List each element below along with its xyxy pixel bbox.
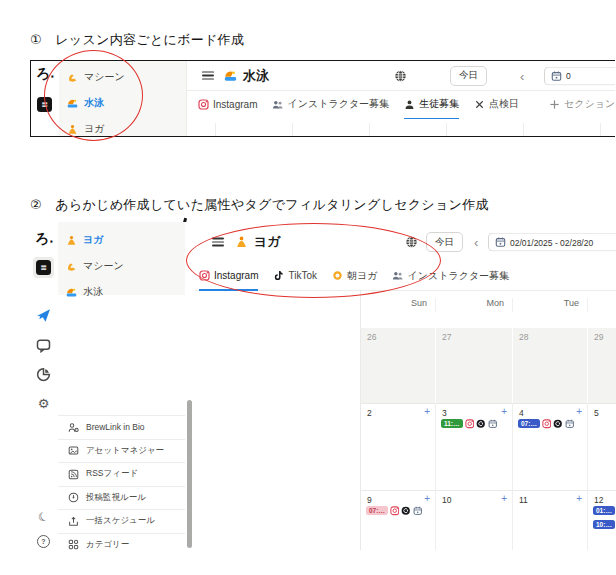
board-sidebar: マシーン水泳ヨガ [59, 61, 186, 136]
menu-icon[interactable] [212, 238, 224, 247]
scrollbar[interactable] [187, 400, 192, 548]
submenu-item-3[interactable]: RSSフィード [58, 462, 185, 486]
sidebar-item-1[interactable]: ヨガ [66, 230, 179, 250]
calendar-cell-11[interactable]: 11+ [513, 490, 588, 550]
calendar-cell-5[interactable]: 5+ [588, 403, 616, 490]
calendar-cell-27[interactable]: 27 [436, 328, 513, 403]
sidebar-item-3[interactable]: 水泳 [66, 282, 179, 302]
step1-caption: ① レッスン内容ごとにボード作成 [30, 31, 244, 49]
event-time-chip[interactable]: 01:… [593, 506, 615, 515]
prev-chevron[interactable]: ‹ [474, 235, 478, 250]
pie-chart-icon[interactable] [36, 367, 51, 382]
calendar-icon [565, 419, 575, 429]
tab-5[interactable]: セクション [549, 90, 615, 120]
calendar-cell-28[interactable]: 28 [513, 328, 588, 403]
sidebar-item-1[interactable]: マシーン [67, 67, 180, 87]
muscle-icon [66, 261, 77, 272]
add-event-button[interactable]: + [576, 493, 582, 504]
add-event-button[interactable]: + [424, 406, 430, 417]
yoga-icon [66, 235, 77, 246]
today-button[interactable]: 今日 [426, 232, 463, 252]
instagram-icon [199, 270, 210, 281]
tools-submenu: BrewLink in BioアセットマネジャーRSSフィード投稿監視ルール一括… [58, 415, 185, 550]
tab-3[interactable]: 生徒募集 [404, 90, 459, 120]
tab-1[interactable]: Instagram [198, 90, 257, 120]
calendar-cell-2[interactable]: 2+ [361, 403, 436, 490]
event[interactable]: 10:… [593, 520, 616, 530]
submenu-item-label: BrewLink in Bio [86, 422, 145, 432]
calendar-cell-29[interactable]: 29 [588, 328, 616, 403]
help-icon[interactable]: ? [36, 534, 51, 549]
screenshot-section-creation: ろ. ≣ ⚙☾? ヨガマシーン水泳 BrewLink in Bioアセットマネジ… [30, 222, 616, 550]
event-time-chip[interactable]: 11:… [441, 419, 463, 428]
sidebar-item-2[interactable]: マシーン [66, 256, 179, 276]
date-range-picker[interactable]: 02/01/2025 - 02/28/20 [488, 233, 616, 252]
submenu-item-label: アセットマネジャー [86, 445, 164, 457]
calendar-cell-10[interactable]: 10+ [436, 490, 513, 550]
date-range-picker[interactable]: 0 [544, 66, 615, 85]
sidebar-item-2[interactable]: 水泳 [67, 93, 180, 113]
event[interactable]: 07:… [518, 419, 587, 429]
submenu-item-4[interactable]: 投稿監視ルール [58, 486, 185, 510]
tab-1[interactable]: Instagram [199, 262, 258, 291]
calendar-cell-9[interactable]: 9+07:… [361, 490, 436, 550]
submenu-item-2[interactable]: アセットマネジャー [58, 439, 185, 463]
date-range-text: 02/01/2025 - 02/28/20 [510, 237, 593, 247]
today-button[interactable]: 今日 [450, 66, 487, 86]
send-icon[interactable] [36, 308, 51, 323]
tab-4[interactable]: 点検日 [474, 90, 519, 120]
event[interactable]: 01:… [593, 506, 616, 516]
tab-label: 点検日 [489, 97, 519, 111]
board-header: 水泳 今日 ‹ 0 [187, 61, 615, 91]
submenu-item-6[interactable]: カテゴリー [58, 533, 185, 551]
app-logo: ろ. [35, 64, 54, 83]
event[interactable]: 07:… [366, 506, 435, 516]
sidebar-item-3[interactable]: ヨガ [67, 119, 180, 137]
event-time-chip[interactable]: 07:… [518, 419, 540, 428]
calendar-cell-3[interactable]: 3+11:… [436, 403, 513, 490]
calendar-date: 2 [367, 408, 372, 418]
sidebar-item-label: マシーン [84, 70, 125, 84]
calendar-cell-26[interactable]: 26 [361, 328, 436, 403]
chat-icon[interactable] [36, 338, 51, 353]
add-event-button[interactable]: + [576, 406, 582, 417]
add-event-button[interactable]: + [424, 493, 430, 504]
submenu-item-label: 一括スケジュール [86, 515, 155, 527]
board-sidebar: ヨガマシーン水泳 [58, 222, 185, 295]
tab-3[interactable]: 朝ヨガ [332, 262, 377, 291]
workspace-icon[interactable]: ≣ [36, 260, 51, 275]
calendar-icon [551, 70, 562, 81]
board-main: ヨガ 今日 ‹ 02/01/2025 - 02/28/20 InstagramT… [195, 222, 616, 550]
gear-icon[interactable]: ⚙ [36, 396, 51, 411]
calendar-date: 11 [519, 495, 528, 505]
people-icon [272, 99, 283, 110]
menu-icon[interactable] [202, 71, 214, 80]
workspace-icon[interactable]: ≣ [37, 97, 52, 112]
tab-2[interactable]: TikTok [273, 262, 317, 291]
threads-icon [476, 419, 486, 429]
tab-2[interactable]: インストラクター募集 [272, 90, 389, 120]
globe-icon[interactable] [394, 69, 407, 82]
moon-icon[interactable]: ☾ [36, 509, 51, 524]
app-rail: ろ. ≣ [31, 61, 59, 136]
event-time-chip[interactable]: 07:… [366, 506, 388, 515]
calendar-cell-4[interactable]: 4+07:… [513, 403, 588, 490]
add-event-button[interactable]: + [501, 406, 507, 417]
event[interactable]: 11:… [441, 419, 512, 429]
calendar-cell-12[interactable]: 12+01:…10:… [588, 490, 616, 550]
tab-label: Instagram [213, 99, 257, 110]
tab-4[interactable]: インストラクター募集 [392, 262, 509, 291]
prev-chevron[interactable]: ‹ [520, 68, 524, 83]
event-time-chip[interactable]: 10:… [593, 520, 615, 529]
tab-label: インストラクター募集 [407, 269, 509, 283]
sidebar-item-label: 水泳 [83, 285, 103, 299]
submenu-item-5[interactable]: 一括スケジュール [58, 509, 185, 533]
globe-icon[interactable] [405, 236, 418, 249]
calendar-icon [495, 237, 506, 248]
instagram-icon [390, 506, 400, 516]
add-event-button[interactable]: + [501, 493, 507, 504]
day-header: Tue [513, 298, 588, 312]
threads-icon [553, 419, 563, 429]
calendar-date: 9 [367, 495, 372, 505]
submenu-item-1[interactable]: BrewLink in Bio [58, 415, 185, 439]
